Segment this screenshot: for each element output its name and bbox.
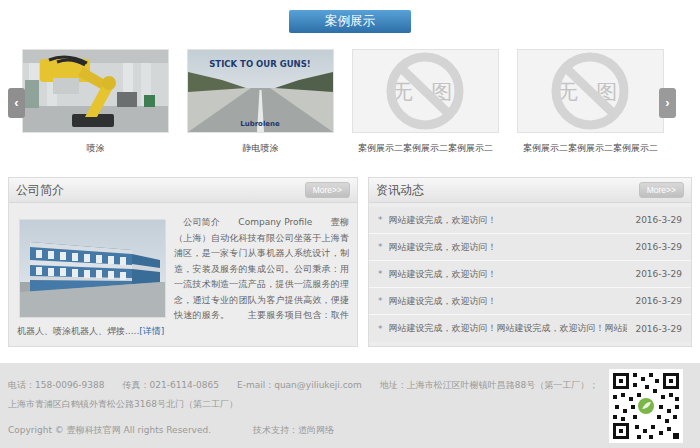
no-image-placeholder-icon: 无 图 (352, 49, 499, 133)
news-date: 2016-3-29 (635, 242, 682, 252)
carousel-prev-icon[interactable]: ‹ (8, 88, 25, 118)
news-bullet: * (378, 215, 383, 225)
news-date: 2016-3-29 (635, 296, 682, 306)
case-caption: 喷涂 (22, 142, 169, 155)
carousel-track: 喷涂 STICK TO OUR GUNS! Lu (0, 49, 700, 155)
company-panel-body: 公司简介 Company Profile 壹柳（上海）自动化科技有限公司坐落于上… (9, 203, 357, 346)
news-bullet: * (378, 324, 383, 334)
case-photo-road: STICK TO OUR GUNS! Lubrolene (187, 49, 334, 133)
news-panel-title: 资讯动态 (376, 182, 424, 199)
case-caption: 案例展示二案例展示二案例展示二 (517, 142, 664, 155)
news-item[interactable]: * 网站建设完成，欢迎访问！ 2016-3-29 (369, 207, 691, 234)
news-bullet: * (378, 269, 383, 279)
company-profile-panel: 公司简介 More>> (8, 177, 358, 347)
case-item-noimage-1[interactable]: 无 图 案例展示二案例展示二案例展示二 (352, 49, 499, 155)
case-item-spray[interactable]: 喷涂 (22, 49, 169, 155)
case-photo-robot (22, 49, 169, 133)
copyright-text: Copyright © 壹柳科技官网 All rights Reserved. (8, 425, 211, 435)
carousel-next-icon[interactable]: › (659, 88, 676, 118)
news-panel-header: 资讯动态 More>> (369, 178, 691, 203)
company-panel-header: 公司简介 More>> (9, 178, 357, 203)
road-logo-text: Lubrolene (240, 120, 280, 128)
case-item-electrostatic[interactable]: STICK TO OUR GUNS! Lubrolene 静电喷涂 (187, 49, 334, 155)
news-bullet: * (378, 242, 383, 252)
qr-code (609, 369, 683, 443)
footer-contact-info: 电话：158-0096-9388 传真：021-6114-0865 E-mail… (8, 376, 600, 414)
news-title: 网站建设完成，欢迎访问！ (389, 241, 628, 254)
page-footer: 电话：158-0096-9388 传真：021-6114-0865 E-mail… (0, 363, 700, 448)
company-more-button[interactable]: More>> (305, 182, 350, 198)
news-more-button[interactable]: More>> (639, 182, 684, 198)
news-date: 2016-3-29 (635, 324, 682, 334)
news-panel: 资讯动态 More>> * 网站建设完成，欢迎访问！ 2016-3-29 * 网… (368, 177, 692, 347)
news-title: 网站建设完成，欢迎访问！ (389, 295, 628, 308)
showcase-title-button[interactable]: 案例展示 (289, 10, 411, 33)
road-overlay-text: STICK TO OUR GUNS! (209, 59, 310, 69)
news-item[interactable]: * 网站建设完成，欢迎访问！ 2016-3-29 (369, 234, 691, 261)
case-caption: 案例展示二案例展示二案例展示二 (352, 142, 499, 155)
news-item[interactable]: * 网站建设完成，欢迎访问！网站建设完成，欢迎访问！网站建设完 2016-3-2… (369, 315, 691, 342)
company-panel-title: 公司简介 (16, 182, 64, 199)
case-item-noimage-2[interactable]: 无 图 案例展示二案例展示二案例展示二 (517, 49, 664, 155)
details-link[interactable]: [详情] (139, 326, 164, 336)
news-item[interactable]: * 网站建设完成，欢迎访问！ 2016-3-29 (369, 261, 691, 288)
news-list: * 网站建设完成，欢迎访问！ 2016-3-29 * 网站建设完成，欢迎访问！ … (369, 203, 691, 346)
tech-support-text: 技术支持：道尚网络 (253, 425, 334, 435)
case-carousel: ‹ (0, 49, 700, 167)
news-title: 网站建设完成，欢迎访问！网站建设完成，欢迎访问！网站建设完 (389, 322, 628, 335)
factory-photo (19, 219, 166, 318)
no-image-placeholder-icon: 无 图 (517, 49, 664, 133)
news-title: 网站建设完成，欢迎访问！ (389, 214, 628, 227)
news-date: 2016-3-29 (635, 269, 682, 279)
case-caption: 静电喷涂 (187, 142, 334, 155)
news-date: 2016-3-29 (635, 215, 682, 225)
news-bullet: * (378, 296, 383, 306)
news-title: 网站建设完成，欢迎访问！ (389, 268, 628, 281)
news-item[interactable]: * 网站建设完成，欢迎访问！ 2016-3-29 (369, 288, 691, 315)
